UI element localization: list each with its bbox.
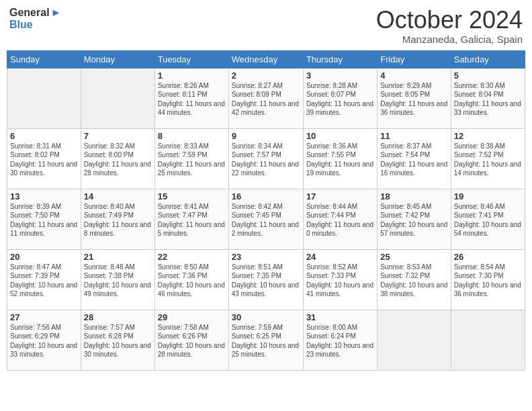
day-number: 17	[306, 191, 374, 201]
calendar-cell: 22Sunrise: 8:50 AMSunset: 7:36 PMDayligh…	[154, 249, 228, 310]
calendar-cell: 25Sunrise: 8:53 AMSunset: 7:32 PMDayligh…	[378, 249, 451, 310]
header-row: SundayMondayTuesdayWednesdayThursdayFrid…	[7, 50, 525, 68]
calendar-cell: 21Sunrise: 8:48 AMSunset: 7:38 PMDayligh…	[81, 249, 154, 310]
calendar-cell: 14Sunrise: 8:40 AMSunset: 7:49 PMDayligh…	[81, 189, 154, 249]
day-info: Sunrise: 8:30 AMSunset: 8:04 PMDaylight:…	[454, 81, 522, 118]
day-number: 29	[158, 312, 226, 322]
day-info: Sunrise: 8:42 AMSunset: 7:45 PMDaylight:…	[232, 202, 300, 238]
calendar-cell: 10Sunrise: 8:36 AMSunset: 7:55 PMDayligh…	[303, 128, 377, 189]
weekday-header-sunday: Sunday	[7, 50, 81, 68]
day-info: Sunrise: 8:37 AMSunset: 7:54 PMDaylight:…	[380, 142, 448, 178]
day-info: Sunrise: 8:44 AMSunset: 7:44 PMDaylight:…	[306, 202, 374, 238]
title-block: October 2024 Manzaneda, Galicia, Spain	[376, 7, 523, 45]
day-number: 19	[454, 191, 522, 201]
calendar-cell: 29Sunrise: 7:58 AMSunset: 6:26 PMDayligh…	[154, 310, 228, 370]
day-info: Sunrise: 8:48 AMSunset: 7:38 PMDaylight:…	[84, 263, 152, 299]
calendar-cell: 20Sunrise: 8:47 AMSunset: 7:39 PMDayligh…	[7, 249, 81, 310]
day-number: 5	[454, 71, 522, 81]
day-number: 7	[84, 131, 152, 141]
logo-blue: Blue	[9, 19, 61, 31]
day-info: Sunrise: 7:58 AMSunset: 6:26 PMDaylight:…	[158, 323, 226, 359]
calendar-cell	[7, 68, 81, 128]
calendar-cell: 3Sunrise: 8:28 AMSunset: 8:07 PMDaylight…	[303, 68, 377, 128]
day-info: Sunrise: 8:33 AMSunset: 7:59 PMDaylight:…	[158, 142, 226, 178]
calendar-cell: 6Sunrise: 8:31 AMSunset: 8:02 PMDaylight…	[7, 128, 81, 189]
day-number: 13	[10, 191, 78, 201]
weekday-header-tuesday: Tuesday	[154, 50, 228, 68]
day-number: 1	[158, 71, 226, 81]
day-info: Sunrise: 8:50 AMSunset: 7:36 PMDaylight:…	[158, 263, 226, 299]
day-info: Sunrise: 8:53 AMSunset: 7:32 PMDaylight:…	[380, 263, 448, 299]
calendar-cell: 15Sunrise: 8:41 AMSunset: 7:47 PMDayligh…	[154, 189, 228, 249]
week-row-2: 6Sunrise: 8:31 AMSunset: 8:02 PMDaylight…	[7, 128, 525, 189]
day-number: 21	[84, 252, 152, 262]
calendar-cell: 23Sunrise: 8:51 AMSunset: 7:35 PMDayligh…	[228, 249, 303, 310]
day-number: 24	[306, 252, 374, 262]
day-info: Sunrise: 8:45 AMSunset: 7:42 PMDaylight:…	[380, 202, 448, 238]
weekday-header-wednesday: Wednesday	[228, 50, 303, 68]
calendar-cell: 11Sunrise: 8:37 AMSunset: 7:54 PMDayligh…	[378, 128, 451, 189]
day-info: Sunrise: 8:46 AMSunset: 7:41 PMDaylight:…	[454, 202, 522, 238]
calendar-table: SundayMondayTuesdayWednesdayThursdayFrid…	[7, 50, 525, 371]
day-number: 18	[380, 191, 448, 201]
day-number: 22	[158, 252, 226, 262]
day-info: Sunrise: 8:54 AMSunset: 7:30 PMDaylight:…	[454, 263, 522, 299]
day-info: Sunrise: 8:51 AMSunset: 7:35 PMDaylight:…	[232, 263, 300, 299]
month-title: October 2024	[376, 7, 523, 34]
day-number: 11	[380, 131, 448, 141]
day-number: 2	[232, 71, 300, 81]
calendar-cell: 9Sunrise: 8:34 AMSunset: 7:57 PMDaylight…	[228, 128, 303, 189]
calendar-cell: 12Sunrise: 8:38 AMSunset: 7:52 PMDayligh…	[451, 128, 525, 189]
calendar-cell	[378, 310, 451, 370]
location-subtitle: Manzaneda, Galicia, Spain	[376, 34, 523, 45]
weekday-header-monday: Monday	[81, 50, 154, 68]
day-info: Sunrise: 8:52 AMSunset: 7:33 PMDaylight:…	[306, 263, 374, 299]
day-number: 20	[10, 252, 78, 262]
day-info: Sunrise: 8:34 AMSunset: 7:57 PMDaylight:…	[232, 142, 300, 178]
logo: General► Blue	[9, 7, 61, 32]
calendar-cell: 30Sunrise: 7:59 AMSunset: 6:25 PMDayligh…	[228, 310, 303, 370]
day-info: Sunrise: 8:40 AMSunset: 7:49 PMDaylight:…	[84, 202, 152, 238]
day-number: 3	[306, 71, 374, 81]
calendar-cell	[81, 68, 154, 128]
calendar-cell: 7Sunrise: 8:32 AMSunset: 8:00 PMDaylight…	[81, 128, 154, 189]
day-number: 6	[10, 131, 78, 141]
calendar-cell: 16Sunrise: 8:42 AMSunset: 7:45 PMDayligh…	[228, 189, 303, 249]
day-number: 31	[306, 312, 374, 322]
week-row-3: 13Sunrise: 8:39 AMSunset: 7:50 PMDayligh…	[7, 189, 525, 249]
week-row-5: 27Sunrise: 7:56 AMSunset: 6:29 PMDayligh…	[7, 310, 525, 370]
logo-general: General►	[9, 7, 61, 19]
day-number: 8	[158, 131, 226, 141]
day-number: 12	[454, 131, 522, 141]
day-info: Sunrise: 7:56 AMSunset: 6:29 PMDaylight:…	[10, 323, 78, 359]
calendar-cell: 13Sunrise: 8:39 AMSunset: 7:50 PMDayligh…	[7, 189, 81, 249]
week-row-4: 20Sunrise: 8:47 AMSunset: 7:39 PMDayligh…	[7, 249, 525, 310]
calendar-cell: 17Sunrise: 8:44 AMSunset: 7:44 PMDayligh…	[303, 189, 377, 249]
weekday-header-friday: Friday	[378, 50, 451, 68]
day-info: Sunrise: 8:41 AMSunset: 7:47 PMDaylight:…	[158, 202, 226, 238]
day-number: 23	[232, 252, 300, 262]
day-number: 15	[158, 191, 226, 201]
weekday-header-saturday: Saturday	[451, 50, 525, 68]
calendar-cell: 24Sunrise: 8:52 AMSunset: 7:33 PMDayligh…	[303, 249, 377, 310]
day-number: 10	[306, 131, 374, 141]
day-info: Sunrise: 8:36 AMSunset: 7:55 PMDaylight:…	[306, 142, 374, 178]
day-info: Sunrise: 7:57 AMSunset: 6:28 PMDaylight:…	[84, 323, 152, 359]
day-info: Sunrise: 7:59 AMSunset: 6:25 PMDaylight:…	[232, 323, 300, 359]
weekday-header-thursday: Thursday	[303, 50, 377, 68]
day-number: 16	[232, 191, 300, 201]
day-number: 28	[84, 312, 152, 322]
day-number: 25	[380, 252, 448, 262]
calendar-cell: 4Sunrise: 8:29 AMSunset: 8:05 PMDaylight…	[378, 68, 451, 128]
calendar-cell: 28Sunrise: 7:57 AMSunset: 6:28 PMDayligh…	[81, 310, 154, 370]
calendar-cell: 8Sunrise: 8:33 AMSunset: 7:59 PMDaylight…	[154, 128, 228, 189]
day-info: Sunrise: 8:47 AMSunset: 7:39 PMDaylight:…	[10, 263, 78, 299]
calendar-cell: 18Sunrise: 8:45 AMSunset: 7:42 PMDayligh…	[378, 189, 451, 249]
day-number: 14	[84, 191, 152, 201]
calendar-cell: 26Sunrise: 8:54 AMSunset: 7:30 PMDayligh…	[451, 249, 525, 310]
day-info: Sunrise: 8:39 AMSunset: 7:50 PMDaylight:…	[10, 202, 78, 238]
day-info: Sunrise: 8:29 AMSunset: 8:05 PMDaylight:…	[380, 81, 448, 118]
page-header: General► Blue October 2024 Manzaneda, Ga…	[7, 7, 525, 45]
day-number: 26	[454, 252, 522, 262]
day-info: Sunrise: 8:31 AMSunset: 8:02 PMDaylight:…	[10, 142, 78, 178]
